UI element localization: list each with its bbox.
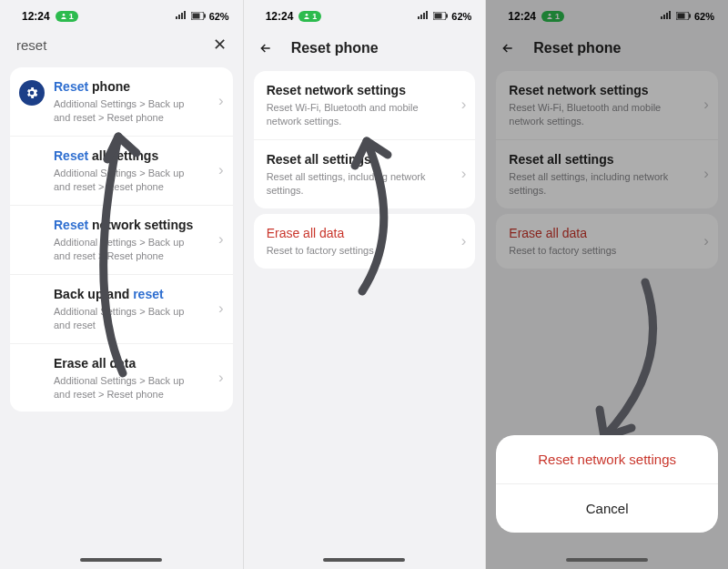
sheet-action-button[interactable]: Reset network settings — [496, 435, 718, 483]
chevron-right-icon: › — [461, 232, 467, 250]
home-indicator — [323, 558, 405, 562]
screen-reset-phone: 12:24 1 62% Reset phone Reset network se… — [243, 0, 486, 569]
row-sub: Reset to factory settings — [267, 244, 441, 258]
result-erase-all[interactable]: Erase all data Additional Settings > Bac… — [10, 343, 233, 412]
battery-icon — [191, 11, 206, 22]
row-title: Reset network settings — [267, 82, 441, 98]
chevron-right-icon: › — [218, 369, 224, 387]
result-title: Reset network settings — [54, 217, 198, 233]
status-right: 62% — [175, 11, 229, 22]
result-path: Additional Settings > Back up and reset — [54, 305, 198, 332]
battery-text: 62% — [209, 11, 229, 22]
result-reset-phone[interactable]: Reset phone Additional Settings > Back u… — [10, 67, 233, 136]
chevron-right-icon: › — [218, 300, 224, 318]
screen-search-results: 12:24 1 62% ✕ Cancel Reset phone Additio… — [0, 0, 243, 569]
back-icon[interactable] — [257, 41, 275, 56]
status-right: 62% — [417, 11, 471, 22]
screen-reset-confirm: 12:24 1 62% Reset phone Reset network se… — [485, 0, 728, 569]
status-bar: 12:24 1 62% — [0, 0, 243, 27]
result-title: Reset all settings — [54, 147, 198, 164]
search-row: ✕ Cancel — [0, 27, 243, 62]
row-reset-network[interactable]: Reset network settings Reset Wi-Fi, Blue… — [254, 71, 476, 139]
svg-rect-2 — [192, 14, 199, 19]
result-title: Reset phone — [54, 78, 198, 95]
svg-point-4 — [306, 14, 308, 16]
result-path: Additional Settings > Back up and reset … — [54, 97, 198, 125]
chevron-right-icon: › — [461, 96, 467, 114]
reset-options-card: Reset network settings Reset Wi-Fi, Blue… — [254, 71, 476, 208]
svg-rect-6 — [435, 14, 442, 19]
action-sheet: Reset network settings Cancel — [496, 435, 718, 533]
row-title: Reset all settings — [267, 151, 441, 168]
page-title: Reset phone — [291, 40, 379, 56]
result-path: Additional Settings > Back up and reset … — [54, 236, 198, 263]
clear-icon[interactable]: ✕ — [207, 35, 232, 55]
svg-rect-3 — [204, 15, 206, 18]
row-reset-all[interactable]: Reset all settings Reset all settings, i… — [254, 139, 476, 208]
results-card: Reset phone Additional Settings > Back u… — [10, 67, 233, 412]
battery-icon — [433, 11, 448, 22]
page-header: Reset phone — [244, 27, 486, 66]
result-reset-all-settings[interactable]: Reset all settings Additional Settings >… — [10, 136, 233, 205]
status-time: 12:24 — [22, 10, 50, 23]
result-reset-network[interactable]: Reset network settings Additional Settin… — [10, 205, 233, 274]
chevron-right-icon: › — [218, 230, 224, 249]
row-title: Erase all data — [267, 225, 441, 241]
result-title: Back up and reset — [54, 286, 198, 302]
svg-rect-7 — [446, 15, 448, 18]
result-backup-reset[interactable]: Back up and reset Additional Settings > … — [10, 274, 233, 343]
battery-text: 62% — [451, 11, 471, 22]
chevron-right-icon: › — [218, 92, 224, 110]
result-path: Additional Settings > Back up and reset … — [54, 374, 198, 401]
status-bar: 12:24 1 62% — [244, 0, 486, 27]
result-path: Additional Settings > Back up and reset … — [54, 167, 198, 194]
row-sub: Reset Wi-Fi, Bluetooth and mobile networ… — [267, 101, 441, 128]
signal-icon — [175, 11, 187, 22]
erase-card: Erase all data Reset to factory settings… — [254, 214, 476, 269]
status-badge: 1 — [298, 11, 321, 22]
signal-icon — [417, 11, 430, 22]
svg-point-0 — [62, 14, 65, 16]
status-badge: 1 — [56, 11, 78, 22]
result-title: Erase all data — [54, 355, 198, 371]
search-input[interactable] — [16, 37, 189, 53]
chevron-right-icon: › — [218, 161, 224, 179]
chevron-right-icon: › — [461, 165, 467, 183]
home-indicator — [566, 558, 648, 562]
row-erase-all[interactable]: Erase all data Reset to factory settings… — [254, 214, 476, 269]
status-time: 12:24 — [266, 10, 294, 23]
gear-icon — [19, 80, 45, 106]
sheet-cancel-button[interactable]: Cancel — [496, 483, 718, 533]
row-sub: Reset all settings, including network se… — [267, 170, 441, 198]
home-indicator — [80, 558, 162, 562]
